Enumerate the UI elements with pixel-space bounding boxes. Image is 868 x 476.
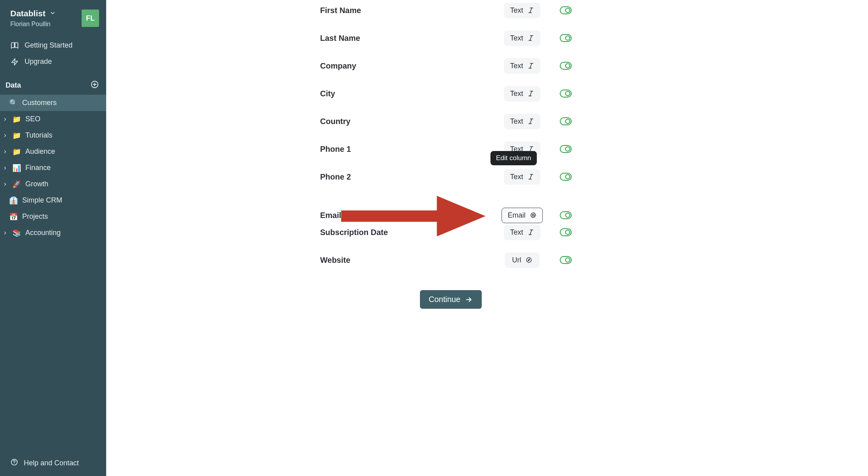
field-type-button[interactable]: Email — [502, 208, 542, 223]
sidebar-item-label: Projects — [22, 212, 48, 221]
field-type-button[interactable]: Text — [504, 31, 540, 46]
field-row: First NameText — [320, 0, 692, 21]
collection-emoji-icon: 📁 — [12, 132, 21, 139]
svg-point-45 — [566, 213, 570, 218]
continue-button[interactable]: Continue — [420, 290, 482, 309]
collection-emoji-icon: 👔 — [9, 197, 18, 204]
field-row: Subscription DateText — [320, 222, 692, 243]
chevron-right-icon[interactable] — [2, 182, 8, 187]
italic-text-icon — [527, 173, 534, 180]
include-toggle[interactable] — [550, 90, 582, 97]
field-type-label: Text — [510, 173, 523, 181]
svg-line-48 — [530, 230, 532, 235]
include-toggle[interactable] — [550, 211, 582, 219]
collection-emoji-icon: 📊 — [12, 164, 21, 172]
chevron-right-icon[interactable] — [2, 149, 8, 154]
sidebar-item-label: Finance — [25, 164, 51, 172]
nav-item-label: Upgrade — [25, 57, 52, 66]
include-toggle[interactable] — [550, 62, 582, 70]
svg-point-30 — [566, 119, 570, 124]
svg-point-35 — [566, 147, 570, 151]
field-type-cell: Text — [494, 31, 550, 46]
sidebar-item-label: Tutorials — [25, 131, 52, 140]
add-collection-button[interactable] — [90, 80, 99, 91]
svg-point-50 — [566, 230, 570, 235]
data-section-title: Data — [6, 81, 21, 90]
svg-marker-0 — [12, 58, 18, 65]
field-type-cell: Text — [494, 3, 550, 18]
field-type-button[interactable]: Text — [504, 225, 540, 240]
avatar[interactable]: FL — [82, 10, 99, 27]
sidebar-item-label: Simple CRM — [22, 196, 62, 205]
field-type-label: Text — [510, 6, 523, 15]
field-row: CompanyText — [320, 55, 692, 76]
field-type-button[interactable]: Url — [505, 252, 540, 268]
field-label: Phone 2 — [320, 172, 351, 182]
sidebar-item-seo[interactable]: 📁SEO — [0, 111, 106, 127]
chevron-down-icon — [50, 9, 56, 18]
include-toggle[interactable] — [550, 228, 582, 236]
include-toggle[interactable] — [550, 117, 582, 125]
include-toggle[interactable] — [550, 145, 582, 153]
field-type-cell: TextEdit column — [494, 169, 550, 185]
field-type-button[interactable]: Text — [504, 3, 540, 18]
field-label-cell: Phone 2 — [320, 172, 494, 182]
sidebar-item-customers[interactable]: 🔍Customers — [0, 95, 106, 111]
field-label: Website — [320, 256, 350, 265]
chevron-right-icon[interactable] — [2, 117, 8, 122]
sidebar-item-growth[interactable]: 🚀Growth — [0, 176, 106, 192]
field-type-button[interactable]: Text — [504, 114, 540, 129]
include-toggle[interactable] — [550, 6, 582, 14]
workspace-name: Datablist — [10, 9, 46, 18]
field-label: Email — [320, 211, 341, 220]
workspace-switcher[interactable]: Datablist Florian Poullin FL — [0, 6, 106, 30]
include-toggle[interactable] — [550, 173, 582, 181]
field-label-cell: First Name — [320, 6, 494, 15]
arrow-right-icon — [465, 296, 473, 304]
field-type-button[interactable]: Text — [504, 86, 540, 101]
field-type-button[interactable]: Text — [504, 169, 540, 185]
field-type-button[interactable]: Text — [504, 58, 540, 74]
field-label-cell: Company — [320, 61, 494, 71]
sidebar-item-finance[interactable]: 📊Finance — [0, 160, 106, 176]
collection-emoji-icon: 📁 — [12, 148, 21, 155]
field-row: CityText — [320, 83, 692, 104]
field-label: City — [320, 89, 335, 98]
bolt-icon — [10, 58, 19, 66]
sidebar-item-audience[interactable]: 📁Audience — [0, 143, 106, 160]
sidebar-item-simple-crm[interactable]: 👔Simple CRM — [0, 192, 106, 208]
sidebar-item-label: Audience — [25, 147, 55, 156]
sidebar-footer[interactable]: Help and Contact — [0, 453, 106, 476]
collection-emoji-icon: 🔍 — [9, 99, 18, 107]
chevron-right-icon[interactable] — [2, 231, 8, 235]
sidebar: Datablist Florian Poullin FL Getting Sta… — [0, 0, 106, 476]
include-toggle[interactable] — [550, 34, 582, 42]
field-label: Phone 1 — [320, 145, 351, 154]
italic-text-icon — [527, 34, 534, 42]
sidebar-item-tutorials[interactable]: 📁Tutorials — [0, 127, 106, 143]
nav-getting-started[interactable]: Getting Started — [0, 37, 106, 54]
sidebar-item-label: Accounting — [25, 229, 61, 237]
svg-point-51 — [527, 258, 531, 262]
sidebar-item-label: Growth — [25, 180, 48, 188]
svg-line-23 — [530, 91, 532, 96]
field-type-cell: Text — [494, 225, 550, 240]
edit-column-tooltip: Edit column — [490, 151, 537, 165]
svg-point-40 — [566, 175, 570, 179]
include-toggle[interactable] — [550, 256, 582, 264]
chevron-right-icon[interactable] — [2, 133, 8, 138]
field-label-cell: Subscription Date — [320, 228, 494, 237]
svg-line-28 — [530, 119, 532, 124]
field-type-label: Text — [510, 90, 523, 98]
field-label: Subscription Date — [320, 228, 388, 237]
sidebar-item-accounting[interactable]: 📚Accounting — [0, 225, 106, 241]
sidebar-item-projects[interactable]: 📅Projects — [0, 208, 106, 225]
field-label-cell: City — [320, 89, 494, 98]
continue-label: Continue — [429, 295, 460, 304]
help-circle-icon — [10, 458, 18, 468]
content: First NameTextLast NameTextCompanyTextCi… — [106, 0, 692, 309]
chevron-right-icon[interactable] — [2, 166, 8, 170]
italic-text-icon — [527, 118, 534, 125]
italic-text-icon — [527, 7, 534, 14]
nav-upgrade[interactable]: Upgrade — [0, 54, 106, 70]
